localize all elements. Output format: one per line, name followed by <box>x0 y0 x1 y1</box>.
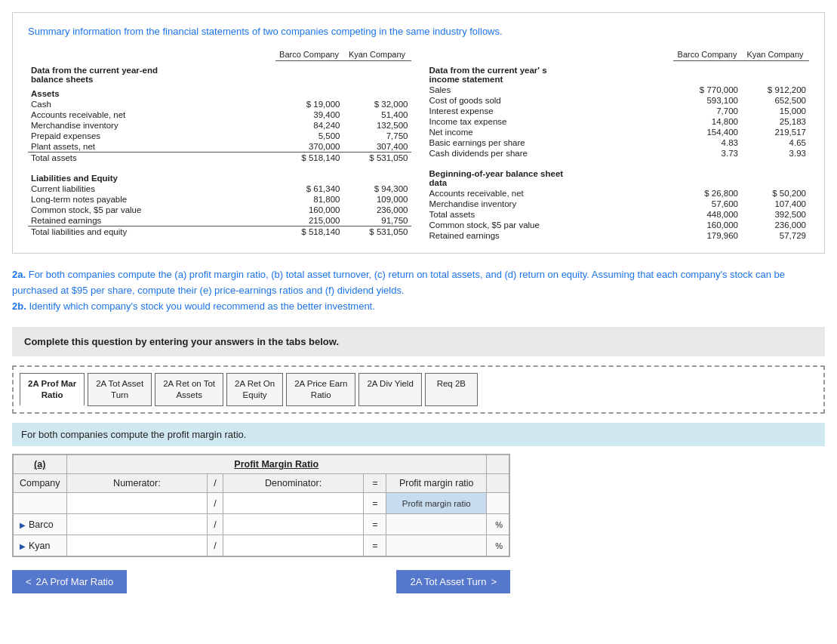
table-row: Merchandise inventory 84,240 132,500 <box>28 120 411 131</box>
table-row: Accounts receivable, net 39,400 51,400 <box>28 109 411 120</box>
kyan-denominator-cell[interactable] <box>223 535 364 556</box>
left-col-header-barco: Barco Company <box>275 49 343 61</box>
barco-total-assets: $ 518,140 <box>275 153 343 164</box>
table-row-total2: Total liabilities and equity $ 518,140 $… <box>28 226 411 238</box>
barco-net-income: 154,400 <box>673 127 741 137</box>
tab-line2: Ratio <box>294 390 347 401</box>
row-label: Cash <box>28 99 275 109</box>
kyan-beg-stock: 236,000 <box>741 220 809 230</box>
assets-header: Assets <box>28 85 411 99</box>
kyan-lt-notes: 109,000 <box>343 194 411 205</box>
tab-2a-ret-on-equity[interactable]: 2A Ret On Equity <box>226 373 283 407</box>
table-row: Common stock, $5 par value 160,000 236,0… <box>28 205 411 215</box>
eq2: = <box>364 514 386 535</box>
barco-beg-inv: 57,600 <box>673 199 741 209</box>
row-label: Prepaid expenses <box>28 131 275 141</box>
tab-description: For both companies compute the profit ma… <box>21 429 246 440</box>
row-label: Basic earnings per share <box>426 137 674 148</box>
kyan-div: 3.93 <box>741 148 809 159</box>
tabs-container: 2A Prof Mar Ratio 2A Tot Asset Turn 2A R… <box>12 365 825 414</box>
eq1: = <box>364 493 386 514</box>
pct-empty-header <box>487 474 509 493</box>
company-col-header: Company <box>14 474 67 493</box>
next-nav-button[interactable]: 2A Tot Asset Turn > <box>396 570 510 593</box>
row-label: Total assets <box>426 209 674 220</box>
barco-numerator-cell[interactable] <box>66 514 208 535</box>
answer-col-a-header: (a) <box>14 455 67 474</box>
beginning-section-header: Beginning-of-year balance sheetdata <box>426 165 810 188</box>
row-label: Accounts receivable, net <box>426 188 674 199</box>
tab-line2: Turn <box>96 390 143 401</box>
numerator-col-header: Numerator: <box>66 474 208 493</box>
tab-req-2b[interactable]: Req 2B <box>425 373 478 407</box>
barco-retained: 215,000 <box>275 215 343 226</box>
kyan-beg-ar: $ 50,200 <box>741 188 809 199</box>
prev-chevron-icon: < <box>26 576 32 587</box>
denominator-header-field[interactable] <box>223 494 364 513</box>
kyan-ar: 51,400 <box>343 109 411 120</box>
barco-tax: 14,800 <box>673 116 741 127</box>
kyan-net-income: 219,517 <box>741 127 809 137</box>
table-row: Retained earnings 179,960 57,729 <box>426 230 810 241</box>
tab-2a-tot-asset-turn[interactable]: 2A Tot Asset Turn <box>88 373 152 407</box>
kyan-curr-liab: $ 94,300 <box>343 183 411 194</box>
right-col-header-barco: Barco Company <box>673 49 741 61</box>
barco-denominator-cell[interactable] <box>223 514 364 535</box>
kyan-inv: 132,500 <box>343 120 411 131</box>
kyan-company-label: ▶Kyan <box>14 535 67 556</box>
liabilities-equity-header: Liabilities and Equity <box>28 169 411 183</box>
numerator-header-field[interactable] <box>67 494 208 513</box>
tab-2a-price-earn-ratio[interactable]: 2A Price Earn Ratio <box>286 373 355 407</box>
barco-lt-notes: 81,800 <box>275 194 343 205</box>
row-label: Total liabilities and equity <box>28 226 275 238</box>
prev-nav-button[interactable]: < 2A Prof Mar Ratio <box>12 570 127 593</box>
table-row: Plant assets, net 370,000 307,400 <box>28 141 411 153</box>
tabs-row: 2A Prof Mar Ratio 2A Tot Asset Turn 2A R… <box>20 373 817 407</box>
barco-company-label: ▶Barco <box>14 514 67 535</box>
right-col-header-kyan: Kyan Company <box>741 49 809 61</box>
q2a-body: For both companies compute the (a) profi… <box>12 269 785 296</box>
table-row: Basic earnings per share 4.83 4.65 <box>426 137 810 148</box>
slash3: / <box>208 535 223 556</box>
left-financial-panel: Barco Company Kyan Company Data from the… <box>28 49 411 241</box>
kyan-beg-inv: 107,400 <box>741 199 809 209</box>
kyan-denominator-input[interactable] <box>223 536 364 556</box>
answer-table-wrapper: (a) Profit Margin Ratio Company Numerato… <box>12 454 510 557</box>
kyan-sales: $ 912,200 <box>741 85 809 95</box>
tab-line1: Req 2B <box>433 378 469 390</box>
summary-title: Summary information from the financial s… <box>28 25 809 39</box>
barco-numerator-input[interactable] <box>67 515 208 535</box>
q2b-label: 2b. <box>12 300 26 312</box>
tab-2a-ret-on-tot-assets[interactable]: 2A Ret on Tot Assets <box>155 373 223 407</box>
kyan-triangle-icon: ▶ <box>20 542 26 550</box>
answer-numerator-header-input[interactable] <box>66 493 208 514</box>
table-row: Cash dividends per share 3.73 3.93 <box>426 148 810 159</box>
tab-line2: Equity <box>235 390 275 401</box>
tab-line2: Ratio <box>28 390 76 401</box>
barco-beg-retained: 179,960 <box>673 230 741 241</box>
answer-denominator-header-input[interactable] <box>223 493 364 514</box>
kyan-numerator-cell[interactable] <box>66 535 208 556</box>
tab-line2: Assets <box>163 390 215 401</box>
answer-row-barco: ▶Barco / = % <box>14 514 509 535</box>
row-label: Cost of goods sold <box>426 95 674 106</box>
barco-denominator-input[interactable] <box>223 515 364 535</box>
kyan-numerator-input[interactable] <box>67 536 208 556</box>
tab-content-area: For both companies compute the profit ma… <box>12 423 825 446</box>
left-section1-header: Data from the current year-endbalance sh… <box>28 61 411 85</box>
result-header-label: Profit margin ratio <box>386 493 487 514</box>
tab-2a-prof-mar-ratio[interactable]: 2A Prof Mar Ratio <box>20 373 85 407</box>
kyan-plant: 307,400 <box>343 141 411 153</box>
question-text: 2a. For both companies compute the (a) p… <box>12 267 825 314</box>
instruction-box: Complete this question by entering your … <box>12 327 825 356</box>
bottom-nav: < 2A Prof Mar Ratio 2A Tot Asset Turn > <box>12 570 510 593</box>
tab-2a-div-yield[interactable]: 2A Div Yield <box>358 373 421 407</box>
barco-div: 3.73 <box>673 148 741 159</box>
answer-row-empty-company <box>14 493 67 514</box>
answer-table: (a) Profit Margin Ratio Company Numerato… <box>13 454 509 556</box>
eq-col-header: = <box>364 474 386 493</box>
tab-line1: 2A Prof Mar <box>28 378 76 390</box>
barco-total-le: $ 518,140 <box>275 226 343 238</box>
barco-ar: 39,400 <box>275 109 343 120</box>
right-financial-table: Barco Company Kyan Company Data from the… <box>426 49 810 241</box>
